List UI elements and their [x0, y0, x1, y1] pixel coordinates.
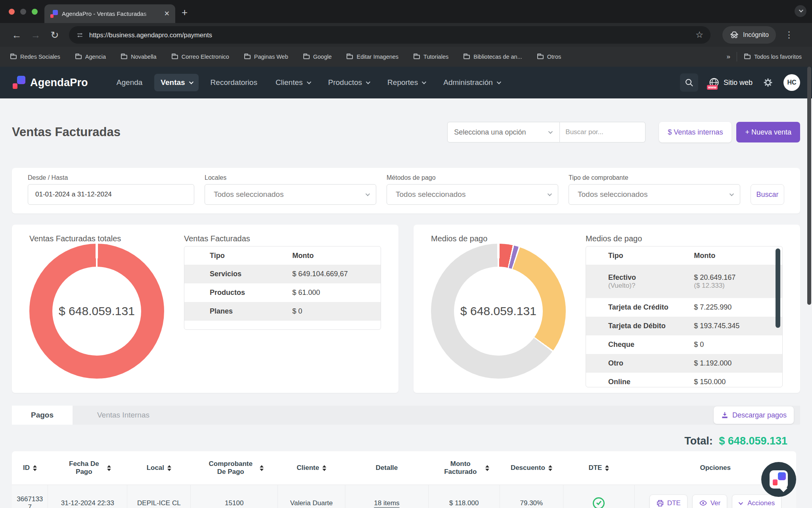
column-header-dte[interactable]: DTE — [563, 451, 634, 485]
site-web-link[interactable]: www Sitio web — [709, 77, 753, 88]
locales-select[interactable]: Todos seleccionados — [205, 184, 376, 205]
new-tab-button[interactable]: + — [182, 7, 188, 17]
tab-close-icon[interactable]: ✕ — [164, 10, 170, 18]
page-scrollbar[interactable] — [807, 67, 811, 305]
ver-button[interactable]: Ver — [692, 495, 728, 508]
total-row: Total: $ 648.059.131 — [0, 435, 787, 447]
nav-item-clientes[interactable]: Clientes — [269, 74, 316, 91]
option-select[interactable]: Selecciona una opción — [447, 122, 560, 142]
cell-dte-status — [563, 485, 634, 508]
sort-icon[interactable] — [548, 465, 552, 471]
buscar-button[interactable]: Buscar — [751, 184, 784, 205]
folder-icon — [303, 55, 310, 59]
help-icon[interactable]: ? — [632, 282, 635, 289]
minimize-window-button[interactable] — [20, 9, 26, 15]
table-scrollbar[interactable] — [776, 248, 780, 328]
user-avatar[interactable]: HC — [783, 74, 800, 91]
items-detail-link[interactable]: 18 items — [374, 499, 399, 507]
bookmark-folder[interactable]: Correo Electronico — [172, 54, 229, 60]
tab-title: AgendaPro - Ventas Facturadas — [62, 10, 156, 17]
reload-icon[interactable]: ↻ — [45, 29, 64, 41]
gear-icon[interactable] — [763, 77, 773, 88]
table-title: Medios de pago — [586, 233, 783, 244]
bookmark-folder[interactable]: Novabella — [121, 54, 157, 60]
column-header-monto-facturado[interactable]: Monto Facturado — [428, 451, 500, 485]
table-title: Ventas Facturadas — [184, 233, 381, 244]
bookmarks-overflow-icon[interactable]: » — [726, 53, 729, 61]
chat-widget-button[interactable] — [761, 462, 796, 497]
nav-item-recordatorios[interactable]: Recordatorios — [204, 74, 264, 91]
table-row: Cheque $ 0 — [586, 335, 782, 354]
column-header-detalle: Detalle — [345, 451, 429, 485]
search-input[interactable] — [560, 122, 645, 142]
folder-icon — [347, 55, 353, 59]
chart-title: Ventas Facturadas totales — [29, 233, 164, 244]
back-icon[interactable]: ← — [7, 29, 26, 41]
divider — [737, 52, 737, 62]
ventas-internas-button[interactable]: $ Ventas internas — [659, 122, 732, 142]
tab-pagos[interactable]: Pagos — [12, 406, 73, 425]
printer-icon — [656, 499, 664, 507]
agendapro-logo[interactable]: AgendaPro — [12, 76, 88, 89]
column-header-cliente[interactable]: Cliente — [278, 451, 345, 485]
url-bar[interactable]: https://business.agendapro.com/payments … — [69, 26, 710, 44]
folder-icon — [744, 55, 751, 59]
folder-icon — [75, 55, 82, 59]
nav-item-administracion[interactable]: Administración — [437, 74, 506, 91]
descargar-pagos-button[interactable]: Descargar pagos — [714, 406, 794, 424]
browser-tab[interactable]: AgendaPro - Ventas Facturadas ✕ — [44, 4, 175, 23]
column-header-descuento[interactable]: Descuento — [500, 451, 563, 485]
window-controls[interactable] — [9, 9, 38, 15]
column-header-local[interactable]: Local — [127, 451, 191, 485]
column-header-comprobante[interactable]: Comprobante De Pago — [191, 451, 278, 485]
nav-item-reportes[interactable]: Reportes — [381, 74, 431, 91]
sort-icon[interactable] — [260, 465, 264, 471]
ventas-facturadas-table: Tipo Monto Servicios $ 649.104.669,67 Pr… — [184, 246, 381, 330]
sort-icon[interactable] — [167, 465, 171, 471]
chart-title: Medios de pago — [431, 233, 566, 244]
bookmark-folder[interactable]: Bibliotecas de an... — [463, 54, 522, 60]
bookmark-folder[interactable]: Redes Sociales — [10, 54, 60, 60]
bookmark-folder[interactable]: Agencia — [75, 54, 106, 60]
dte-button[interactable]: DTE — [649, 495, 688, 508]
search-button[interactable] — [680, 73, 698, 92]
browser-menu-icon[interactable]: ⋮ — [785, 30, 793, 40]
incognito-label: Incógnito — [743, 31, 769, 38]
bookmark-star-icon[interactable]: ☆ — [695, 30, 703, 40]
sort-icon[interactable] — [605, 465, 609, 471]
forward-icon[interactable]: → — [26, 29, 45, 41]
sort-icon[interactable] — [322, 465, 326, 471]
bookmark-folder[interactable]: Tutoriales — [414, 54, 448, 60]
close-window-button[interactable] — [9, 9, 15, 15]
maximize-window-button[interactable] — [32, 9, 38, 15]
chevron-down-icon — [739, 500, 743, 505]
sort-icon[interactable] — [485, 465, 489, 471]
table-row: Tarjeta de Débito $ 193.745.345 — [586, 317, 782, 335]
tab-search-button[interactable] — [795, 5, 806, 17]
nueva-venta-button[interactable]: + Nueva venta — [736, 122, 800, 142]
table-row: Efectivo (Vuelto)? $ 20.649.167 ($ 12.33… — [586, 265, 782, 298]
column-header-id[interactable]: ID — [12, 451, 48, 485]
sort-icon[interactable] — [33, 465, 37, 471]
nav-item-ventas[interactable]: Ventas — [154, 74, 198, 91]
column-header-fecha[interactable]: Fecha De Pago — [48, 451, 127, 485]
nav-item-productos[interactable]: Productos — [322, 74, 376, 91]
payment-methods-select[interactable]: Todos seleccionados — [387, 184, 558, 205]
tab-ventas-internas[interactable]: Ventas Internas — [73, 406, 174, 425]
date-range-input[interactable] — [28, 184, 194, 205]
nav-item-agenda[interactable]: Agenda — [110, 74, 149, 91]
voucher-type-select[interactable]: Todos seleccionados — [569, 184, 740, 205]
browser-titlebar: AgendaPro - Ventas Facturadas ✕ + — [0, 0, 812, 23]
dte-success-check-icon — [593, 497, 605, 508]
bookmark-folder[interactable]: Otros — [537, 54, 561, 60]
bookmark-folder[interactable]: Google — [303, 54, 332, 60]
bookmark-folder[interactable]: Editar Imagenes — [347, 54, 398, 60]
sort-icon[interactable] — [107, 465, 111, 471]
site-settings-icon[interactable] — [76, 31, 84, 39]
table-row: 36671337 31-12-2024 22:33 DEPIL-ICE CL 1… — [12, 485, 796, 508]
all-bookmarks-folder[interactable]: Todos los favoritos — [744, 54, 802, 60]
bookmark-folder[interactable]: Paginas Web — [244, 54, 288, 60]
chevron-down-icon — [366, 80, 370, 84]
url-text[interactable]: https://business.agendapro.com/payments — [89, 31, 690, 39]
acciones-button[interactable]: Acciones — [732, 495, 781, 508]
